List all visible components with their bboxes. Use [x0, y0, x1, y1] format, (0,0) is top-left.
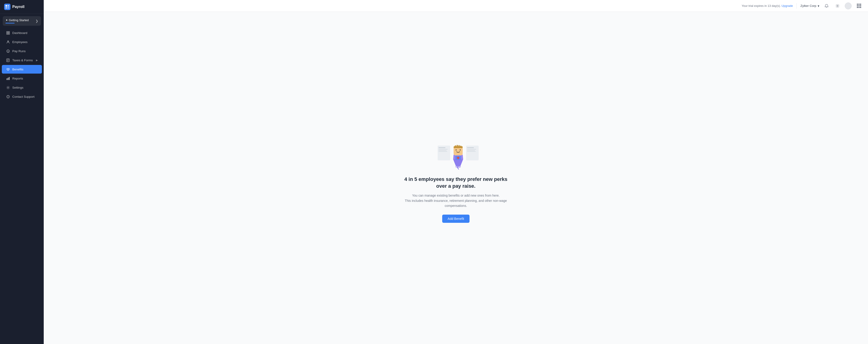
svg-rect-30	[467, 147, 474, 148]
reports-icon	[6, 76, 10, 80]
svg-rect-0	[5, 5, 7, 7]
benefits-illustration-svg	[435, 133, 481, 170]
settings-button[interactable]	[834, 2, 841, 9]
svg-point-20	[7, 87, 8, 88]
svg-rect-1	[7, 5, 9, 7]
user-avatar[interactable]	[845, 2, 851, 9]
company-selector[interactable]: Zylker Corp ▾	[800, 4, 819, 8]
taxes-forms-icon	[6, 58, 10, 62]
apps-grid-button[interactable]	[855, 2, 863, 9]
sidebar: Payroll ✦ Getting Started ❯ Dashboard	[0, 0, 44, 344]
svg-rect-18	[8, 78, 8, 80]
getting-started-label: ✦ Getting Started	[5, 19, 29, 22]
svg-rect-33	[467, 151, 476, 152]
svg-rect-28	[439, 151, 447, 152]
benefits-desc-line2: This includes health insurance, retireme…	[405, 199, 507, 207]
svg-rect-48	[460, 146, 461, 147]
settings-icon	[6, 85, 10, 89]
header: Your trial expires in 13 day(s). Upgrade…	[44, 0, 868, 12]
benefits-description: You can manage existing benefits or add …	[401, 193, 510, 208]
grid-icon	[857, 4, 861, 8]
svg-rect-45	[455, 145, 456, 148]
app-name: Payroll	[12, 5, 24, 9]
sidebar-item-pay-runs-label: Pay Runs	[12, 50, 26, 53]
add-benefit-button[interactable]: Add Benefit	[442, 214, 469, 223]
employees-icon	[6, 40, 10, 44]
sidebar-item-reports-label: Reports	[12, 77, 23, 80]
svg-rect-5	[8, 31, 9, 33]
getting-started-progress-bar	[5, 23, 14, 24]
main-area: Your trial expires in 13 day(s). Upgrade…	[44, 0, 868, 344]
main-content: 4 in 5 employees say they prefer new per…	[44, 12, 868, 344]
sidebar-item-employees[interactable]: Employees	[2, 37, 42, 46]
getting-started-left: ✦ Getting Started	[5, 19, 29, 24]
svg-text:$: $	[7, 50, 9, 52]
contact-support-icon: ?	[6, 94, 10, 98]
svg-point-8	[7, 41, 9, 42]
svg-rect-26	[439, 149, 448, 149]
sidebar-item-reports[interactable]: Reports	[2, 74, 42, 83]
sidebar-item-employees-label: Employees	[12, 40, 28, 44]
sidebar-item-benefits-label: Benefits	[12, 68, 24, 71]
benefits-icon	[6, 67, 10, 71]
svg-rect-31	[467, 149, 476, 149]
upgrade-link[interactable]: Upgrade	[781, 4, 793, 7]
getting-started-item[interactable]: ✦ Getting Started ❯	[3, 16, 41, 26]
sidebar-item-pay-runs[interactable]: $ Pay Runs	[2, 47, 42, 55]
sidebar-nav: Dashboard Employees $ Pay Runs	[0, 28, 44, 102]
trial-text: Your trial expires in 13 day(s). Upgrade	[742, 4, 793, 7]
notifications-button[interactable]	[823, 2, 830, 9]
svg-rect-47	[458, 145, 460, 147]
svg-rect-4	[7, 31, 8, 33]
trial-expires-label: Your trial expires in 13 day(s).	[742, 4, 781, 7]
benefits-empty-state: 4 in 5 employees say they prefer new per…	[397, 124, 515, 232]
svg-rect-19	[9, 77, 9, 80]
app-logo: Payroll	[0, 0, 44, 14]
svg-text:?: ?	[7, 96, 9, 98]
benefits-desc-line1: You can manage existing benefits or add …	[412, 194, 500, 197]
svg-point-23	[837, 5, 838, 6]
gear-icon	[835, 4, 840, 8]
benefits-illustration	[435, 133, 476, 170]
svg-rect-38	[457, 157, 460, 158]
sidebar-item-contact-support-label: Contact Support	[12, 95, 35, 98]
sidebar-item-contact-support[interactable]: ? Contact Support	[2, 92, 42, 101]
svg-rect-7	[8, 33, 9, 34]
company-dropdown-arrow: ▾	[818, 4, 819, 8]
taxes-forms-arrow: ▶	[36, 59, 38, 62]
svg-point-42	[456, 149, 457, 150]
dashboard-icon	[6, 31, 10, 35]
sidebar-item-benefits[interactable]: Benefits	[2, 65, 42, 74]
pay-runs-icon: $	[6, 49, 10, 53]
svg-rect-2	[5, 7, 7, 9]
bell-icon	[825, 4, 829, 8]
sidebar-item-taxes-forms-label: Taxes & Forms	[12, 59, 33, 62]
svg-point-43	[460, 149, 461, 150]
logo-icon	[4, 4, 10, 10]
svg-rect-6	[7, 33, 8, 34]
svg-rect-3	[7, 7, 9, 9]
sidebar-item-settings[interactable]: Settings	[2, 83, 42, 92]
svg-rect-17	[7, 78, 7, 80]
svg-rect-27	[439, 150, 446, 151]
sidebar-item-dashboard[interactable]: Dashboard	[2, 28, 42, 37]
sidebar-item-taxes-forms[interactable]: Taxes & Forms ▶	[2, 56, 42, 64]
sidebar-item-dashboard-label: Dashboard	[12, 31, 27, 35]
getting-started-arrow: ❯	[35, 19, 38, 23]
sidebar-item-settings-label: Settings	[12, 86, 24, 89]
svg-marker-34	[453, 159, 463, 166]
company-name: Zylker Corp	[800, 4, 816, 7]
svg-rect-32	[467, 150, 475, 151]
svg-rect-25	[439, 147, 445, 148]
svg-rect-46	[457, 145, 458, 147]
benefits-heading: 4 in 5 employees say they prefer new per…	[401, 176, 510, 190]
